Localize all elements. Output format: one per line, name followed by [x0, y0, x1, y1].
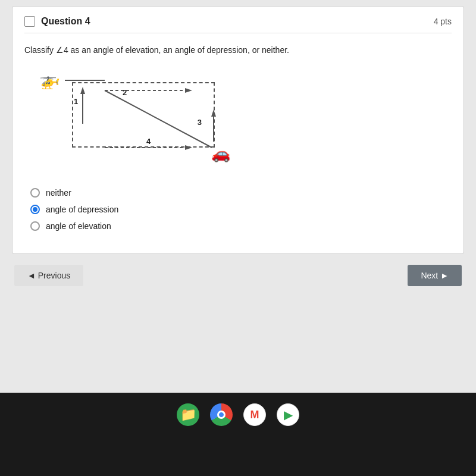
play-icon[interactable]: ▶	[277, 403, 299, 426]
question-title: Question 4	[41, 16, 90, 27]
taskbar: 📁 M ▶	[0, 393, 476, 476]
radio-elevation[interactable]	[30, 221, 40, 231]
radio-neither[interactable]	[30, 188, 40, 198]
taskbar-item-play: ▶	[277, 403, 299, 426]
next-button[interactable]: Next ►	[408, 265, 462, 286]
option-depression-label: angle of depression	[46, 205, 118, 214]
radio-depression-fill	[33, 207, 37, 212]
question-card: Question 4 4 pts Classify ∠4 as an angle…	[12, 6, 464, 254]
previous-button[interactable]: ◄ Previous	[14, 265, 83, 286]
helicopter-image: 🚁	[39, 70, 60, 90]
main-screen: Question 4 4 pts Classify ∠4 as an angle…	[0, 0, 476, 393]
question-checkbox	[24, 16, 35, 27]
taskbar-item-chrome	[210, 403, 233, 426]
question-header: Question 4 4 pts	[24, 16, 452, 33]
question-pts: 4 pts	[434, 17, 452, 26]
dashed-rect	[72, 82, 215, 148]
chrome-icon[interactable]	[210, 403, 233, 426]
navigation-area: ◄ Previous Next ►	[12, 265, 464, 286]
label-angle-1: 1	[74, 97, 78, 106]
label-angle-3: 3	[198, 118, 202, 127]
radio-depression[interactable]	[30, 205, 40, 214]
question-header-left: Question 4	[24, 16, 90, 27]
label-angle-2: 2	[123, 88, 127, 97]
option-depression[interactable]: angle of depression	[30, 205, 452, 214]
answer-options: neither angle of depression angle of ele…	[24, 183, 452, 236]
option-elevation[interactable]: angle of elevation	[30, 221, 452, 231]
question-text: Classify ∠4 as an angle of elevation, an…	[24, 45, 452, 55]
files-icon[interactable]: 📁	[177, 403, 199, 426]
option-neither-label: neither	[46, 188, 71, 198]
option-neither[interactable]: neither	[30, 188, 452, 198]
gmail-icon[interactable]: M	[243, 403, 266, 426]
label-angle-4: 4	[146, 137, 151, 146]
car-image: 🚗	[211, 145, 230, 163]
question-body: Classify ∠4 as an angle of elevation, an…	[24, 43, 452, 242]
diagram-container: 🚁 1 2 3 4 🚗	[36, 64, 239, 171]
taskbar-item-gmail: M	[243, 403, 266, 426]
option-elevation-label: angle of elevation	[46, 221, 111, 231]
taskbar-item-files: 📁	[177, 403, 199, 426]
